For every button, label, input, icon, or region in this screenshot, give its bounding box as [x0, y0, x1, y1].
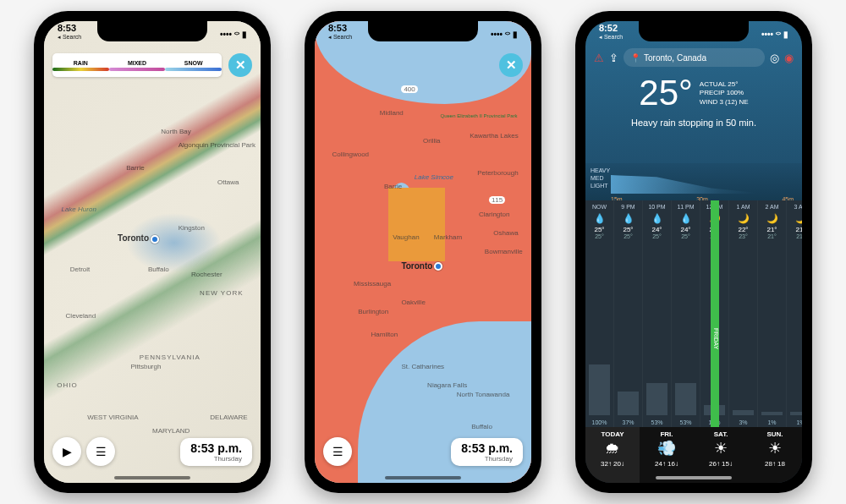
hour-icon: 💧	[623, 213, 634, 224]
day-icon: ☀	[694, 440, 748, 458]
city-toronto: Toronto	[118, 233, 159, 243]
hour-temp: 24°	[651, 226, 662, 233]
wifi-icon: ⌔	[776, 30, 781, 39]
kawartha: Kawartha Lakes	[470, 132, 518, 140]
hour-icon: 🌙	[795, 213, 803, 224]
precip-pct: PRECIP 100%	[700, 89, 749, 97]
hour-col[interactable]: 10 PM💧24°25°53%	[643, 200, 672, 427]
state-de: DELAWARE	[210, 414, 247, 421]
signal-icon: ••••	[761, 30, 773, 39]
city-oakville: Oakville	[401, 299, 425, 306]
city-burlington: Burlington	[358, 308, 388, 315]
home-indicator[interactable]	[656, 476, 732, 479]
label-algonquin: Algonquin Provincial Park	[179, 141, 255, 149]
hour-icon: 💧	[680, 213, 692, 224]
wifi-icon: ⌔	[505, 30, 510, 39]
status-time: 8:53	[328, 24, 352, 33]
hour-col[interactable]: 11 PM💧24°25°53%	[672, 200, 700, 427]
precip-graph[interactable]: HEAVY MED LIGHT 15m 30m 45m	[585, 163, 802, 200]
hour-col[interactable]: 9 PM💧25°25°37%	[614, 200, 643, 427]
hour-label: 10 PM	[648, 204, 665, 210]
timestamp-pill[interactable]: 8:53 p.m. Thursday	[451, 438, 523, 466]
close-button[interactable]: ✕	[228, 53, 252, 77]
state-md: MARYLAND	[152, 427, 190, 435]
city-barrie: Barrie	[384, 183, 402, 190]
day-icon: 🌧	[585, 440, 640, 458]
day-temps: 26↑ 15↓	[694, 460, 748, 468]
state-wv: WEST VIRGINIA	[87, 414, 138, 421]
hour-feel: 25°	[681, 233, 690, 239]
hourly-forecast[interactable]: NOW💧25°25°100%9 PM💧25°25°37%10 PM💧24°25°…	[585, 200, 802, 427]
layers-button[interactable]: ☰	[323, 437, 352, 466]
city-kingston: Kingston	[179, 224, 205, 232]
battery-icon: ▮	[513, 30, 518, 39]
level-med: MED	[591, 174, 610, 182]
day-col[interactable]: FRI.💨24↑ 16↓	[640, 427, 694, 483]
hour-col[interactable]: 2 AM🌙21°21°1%	[758, 200, 787, 427]
city-stcath: St. Catharines	[401, 363, 444, 370]
state-ny: NEW YORK	[200, 289, 243, 297]
close-icon: ✕	[235, 58, 246, 73]
hour-label: 9 PM	[621, 204, 634, 210]
city-orillia: Orillia	[423, 137, 440, 145]
level-light: LIGHT	[591, 182, 610, 189]
hour-temp: 21°	[766, 226, 777, 233]
hour-label: 2 AM	[766, 204, 779, 210]
city-barrie1: Barrie	[126, 164, 144, 172]
layers-icon: ☰	[96, 445, 107, 458]
hour-feel: 25°	[624, 233, 633, 239]
hour-icon: 🌙	[738, 213, 750, 224]
city-collingwood: Collingwood	[332, 151, 369, 158]
warning-map[interactable]: Toronto Barrie Vaughan Markham Mississau…	[315, 21, 531, 483]
location-pill[interactable]: 📍 Toronto, Canada	[624, 48, 765, 67]
close-icon: ✕	[506, 58, 517, 73]
city-vaughan: Vaughan	[393, 233, 419, 241]
day-col[interactable]: SAT.☀26↑ 15↓	[694, 427, 748, 483]
location-text: Toronto, Canada	[644, 53, 706, 63]
day-col[interactable]: SUN.☀28↑ 18	[748, 427, 802, 483]
timestamp-day: Thursday	[461, 455, 513, 463]
hour-col[interactable]: NOW💧25°25°100%	[585, 200, 614, 427]
hour-temp: 25°	[594, 226, 604, 233]
layers-button[interactable]: ☰	[86, 437, 115, 466]
city-rochester: Rochester	[191, 271, 222, 278]
day-col[interactable]: TODAY🌧32↑ 20↓	[585, 427, 640, 483]
play-button[interactable]: ▶	[52, 437, 81, 466]
current-temp: 25°	[639, 75, 693, 111]
close-button[interactable]: ✕	[499, 53, 523, 77]
route-400: 400	[401, 85, 417, 93]
wind-info: WIND 3 (12) NE	[700, 98, 749, 107]
timestamp-day: Thursday	[190, 455, 242, 463]
hour-col[interactable]: 1 AM🌙22°23°3%	[729, 200, 758, 427]
hour-precip: 1%	[767, 419, 776, 425]
day-temps: 24↑ 16↓	[640, 460, 694, 468]
battery-icon: ▮	[783, 30, 788, 39]
timestamp-pill[interactable]: 8:53 p.m. Thursday	[180, 438, 252, 466]
hour-label: 11 PM	[677, 204, 694, 210]
forecast-message: Heavy rain stopping in 50 min.	[585, 118, 802, 128]
city-northbay: North Bay	[161, 128, 191, 135]
home-indicator[interactable]	[385, 476, 461, 479]
city-pittsburgh: Pittsburgh	[130, 363, 161, 370]
day-label: SUN.	[748, 430, 802, 438]
share-icon[interactable]: ⇪	[609, 52, 618, 64]
hour-col[interactable]: 3 AM🌙21°21°1%	[787, 200, 802, 427]
city-niagara: Niagara Falls	[427, 381, 467, 389]
signal-icon: ••••	[491, 30, 503, 39]
breadcrumb-back[interactable]: ◂ Search	[599, 34, 623, 40]
day-icon: 💨	[640, 440, 694, 458]
city-cleveland: Cleveland	[66, 312, 96, 320]
hour-precip: 53%	[651, 419, 662, 425]
alert-icon[interactable]: ⚠	[594, 52, 604, 64]
radar-icon[interactable]: ◉	[784, 52, 794, 64]
daily-forecast[interactable]: TODAY🌧32↑ 20↓FRI.💨24↑ 16↓SAT.☀26↑ 15↓SUN…	[585, 427, 802, 483]
hour-label: 1 AM	[737, 204, 750, 210]
breadcrumb-back[interactable]: ◂ Search	[58, 34, 81, 40]
breadcrumb-back[interactable]: ◂ Search	[328, 34, 352, 40]
city-ottawa: Ottawa	[217, 178, 239, 186]
settings-icon[interactable]: ◎	[770, 52, 779, 64]
radar-map[interactable]: Toronto Ottawa Kingston Buffalo Rocheste…	[44, 21, 261, 483]
label-lake-huron: Lake Huron	[61, 205, 96, 213]
home-indicator[interactable]	[114, 476, 190, 479]
battery-icon: ▮	[242, 30, 247, 39]
